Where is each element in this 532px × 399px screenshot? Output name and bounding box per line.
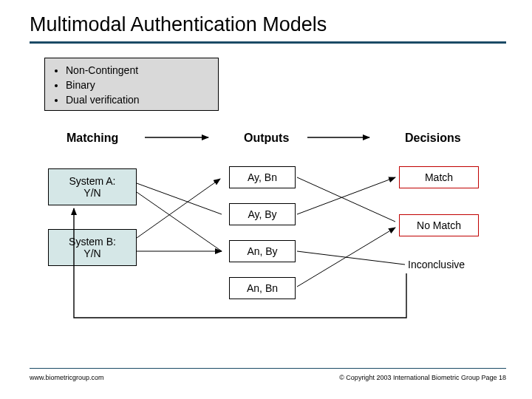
connector-a-to-o3 bbox=[137, 192, 222, 251]
types-list-box: Non-Contingent Binary Dual verification bbox=[44, 58, 219, 111]
output-an-bn: An, Bn bbox=[229, 277, 296, 299]
page-title: Multimodal Authentication Models bbox=[30, 13, 327, 36]
footer-url: www.biometricgroup.com bbox=[30, 374, 104, 381]
column-header-outputs: Outputs bbox=[244, 132, 289, 145]
type-item: Dual verification bbox=[66, 92, 208, 107]
type-item: Binary bbox=[66, 78, 208, 92]
title-underline bbox=[30, 41, 506, 44]
connector-o1-to-nomatch bbox=[297, 177, 395, 222]
connector-o3-to-inconclusive bbox=[297, 251, 405, 265]
decision-match: Match bbox=[399, 166, 479, 188]
column-header-decisions: Decisions bbox=[405, 132, 461, 145]
decision-no-match: No Match bbox=[399, 214, 479, 236]
decision-inconclusive: Inconclusive bbox=[408, 259, 465, 270]
system-b-box: System B: Y/N bbox=[48, 229, 137, 266]
connector-a-to-o2 bbox=[137, 183, 222, 214]
connector-o2-to-match bbox=[297, 177, 395, 214]
output-ay-bn: Ay, Bn bbox=[229, 166, 296, 188]
connector-b-to-o1 bbox=[137, 179, 220, 238]
output-an-by: An, By bbox=[229, 240, 296, 262]
column-header-matching: Matching bbox=[66, 132, 118, 145]
footer-rule bbox=[30, 368, 506, 369]
output-ay-by: Ay, By bbox=[229, 203, 296, 225]
type-item: Non-Contingent bbox=[66, 63, 208, 78]
system-a-box: System A: Y/N bbox=[48, 168, 137, 205]
connector-o4-to-nomatch bbox=[297, 228, 395, 287]
footer-copyright: © Copyright 2003 International Biometric… bbox=[339, 374, 506, 381]
